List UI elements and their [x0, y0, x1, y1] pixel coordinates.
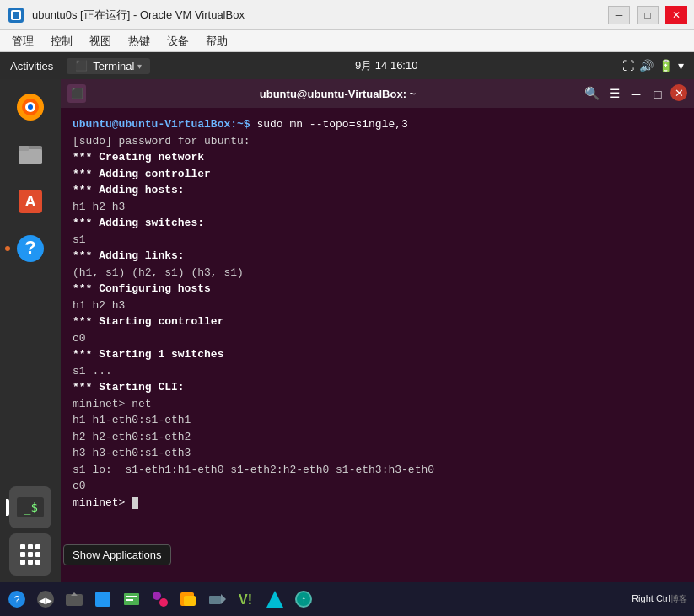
- terminal-line: *** Creating network: [73, 149, 682, 166]
- terminal-maximize-button[interactable]: □: [648, 84, 667, 103]
- terminal-line: h1 h1-eth0:s1-eth1: [73, 412, 682, 429]
- taskbar-icon-11[interactable]: ↑: [290, 586, 317, 613]
- topbar-icons: ⛶ 🔊 🔋 ▾: [622, 59, 684, 72]
- sidebar-app-files[interactable]: [9, 133, 51, 175]
- svg-marker-31: [221, 594, 226, 604]
- terminal-titlebar-buttons: 🔍 ☰ ─ □ ✕: [583, 84, 687, 103]
- terminal-line: h1 h2 h3: [73, 297, 682, 314]
- taskbar-icon-10[interactable]: [261, 586, 288, 613]
- terminal-line: h2 h2-eth0:s1-eth2: [73, 429, 682, 446]
- dot-3: [35, 544, 40, 549]
- sidebar-app-software[interactable]: A: [9, 180, 51, 222]
- main-wrapper: Activities ⬛ Terminal ▾ 9月 14 16:10 ⛶ 🔊 …: [0, 52, 694, 616]
- terminal-line: s1 ...: [73, 363, 682, 380]
- sidebar-app-terminal[interactable]: _$: [9, 486, 51, 528]
- terminal-line: *** Starting 1 switches: [73, 346, 682, 363]
- menu-item-热键[interactable]: 热键: [120, 32, 159, 51]
- terminal-minimize-button[interactable]: ─: [627, 84, 645, 103]
- svg-rect-2: [13, 12, 19, 19]
- taskbar-icon-6[interactable]: [147, 586, 174, 613]
- terminal-titlebar: ⬛ ubuntu@ubuntu-VirtualBox: ~ 🔍 ☰ ─ □ ✕: [61, 79, 694, 108]
- sidebar-app-firefox[interactable]: [9, 86, 51, 128]
- svg-text:↑: ↑: [301, 594, 306, 606]
- terminal-line: [sudo] password for ubuntu:: [73, 133, 682, 150]
- svg-marker-33: [266, 591, 283, 608]
- dot-5: [28, 552, 33, 557]
- menu-item-控制[interactable]: 控制: [42, 32, 81, 51]
- terminal-line: *** Adding links:: [73, 248, 682, 265]
- terminal-body[interactable]: ubuntu@ubuntu-VirtualBox:~$ sudo mn --to…: [61, 108, 694, 582]
- right-ctrl-label: Right Ctrl博客: [632, 593, 691, 605]
- activities-button[interactable]: Activities: [10, 60, 53, 72]
- terminal-title: ubuntu@ubuntu-VirtualBox: ~: [93, 88, 583, 100]
- terminal-menu-button[interactable]: ☰: [605, 84, 623, 103]
- system-menu-icon[interactable]: ▾: [678, 59, 684, 72]
- menu-item-管理[interactable]: 管理: [3, 32, 42, 51]
- taskbar-icon-9[interactable]: V!: [233, 586, 260, 613]
- taskbar-icon-5[interactable]: [118, 586, 145, 613]
- terminal-line: c0: [73, 330, 682, 347]
- svg-rect-25: [126, 599, 133, 601]
- window-title: ubuntu0s [正在运行] - Oracle VM VirtualBox: [32, 8, 608, 23]
- dot-4: [20, 552, 25, 557]
- svg-rect-24: [126, 596, 137, 597]
- terminal-line: s1: [73, 232, 682, 249]
- svg-text:?: ?: [14, 594, 20, 606]
- terminal-line: h1 h2 h3: [73, 199, 682, 216]
- taskbar-icon-2[interactable]: ◀▶: [32, 586, 59, 613]
- maximize-button[interactable]: □: [637, 6, 659, 24]
- terminal-area: ⬛ ubuntu@ubuntu-VirtualBox: ~ 🔍 ☰ ─ □ ✕ …: [61, 79, 694, 582]
- terminal-close-button[interactable]: ✕: [670, 84, 687, 101]
- svg-text:V!: V!: [239, 592, 252, 607]
- dot-9: [35, 560, 40, 565]
- battery-icon[interactable]: 🔋: [659, 59, 673, 72]
- terminal-line: *** Adding controller: [73, 166, 682, 183]
- dot-1: [20, 544, 25, 549]
- taskbar-icon-1[interactable]: ?: [3, 586, 30, 613]
- terminal-line: c0: [73, 478, 682, 495]
- menu-item-设备[interactable]: 设备: [159, 32, 197, 51]
- title-bar: ubuntu0s [正在运行] - Oracle VM VirtualBox ─…: [0, 0, 694, 30]
- show-apps-button[interactable]: [9, 533, 51, 576]
- back-icon: ⬛: [71, 88, 83, 99]
- terminal-line: *** Adding hosts:: [73, 182, 682, 199]
- network-icon[interactable]: ⛶: [622, 59, 634, 72]
- terminal-line: *** Starting CLI:: [73, 379, 682, 396]
- terminal-window: ⬛ ubuntu@ubuntu-VirtualBox: ~ 🔍 ☰ ─ □ ✕ …: [61, 79, 694, 582]
- show-apps-label: Show Applications: [63, 544, 171, 565]
- taskbar-icon-4[interactable]: [89, 586, 116, 613]
- svg-text:?: ?: [24, 237, 35, 258]
- svg-rect-8: [19, 149, 42, 164]
- terminal-line: ubuntu@ubuntu-VirtualBox:~$ sudo mn --to…: [73, 116, 682, 133]
- terminal-line: s1 lo: s1-eth1:h1-eth0 s1-eth2:h2-eth0 s…: [73, 462, 682, 479]
- bottom-taskbar: ? ◀▶ V! ↑ Right C: [0, 582, 694, 616]
- topbar-datetime: 9月 14 16:10: [150, 58, 622, 73]
- dot-8: [28, 560, 33, 565]
- terminal-search-button[interactable]: 🔍: [583, 84, 601, 103]
- taskbar-icon-3[interactable]: [61, 586, 88, 613]
- svg-rect-30: [209, 596, 221, 604]
- terminal-tab[interactable]: ⬛ Terminal ▾: [67, 58, 150, 74]
- terminal-line: (h1, s1) (h2, s1) (h3, s1): [73, 265, 682, 281]
- sidebar: A ? _$: [0, 79, 61, 582]
- terminal-line: mininet>: [73, 495, 682, 512]
- title-controls: ─ □ ✕: [608, 6, 687, 24]
- svg-rect-22: [95, 592, 110, 607]
- terminal-line: mininet> net: [73, 396, 682, 413]
- svg-point-26: [153, 592, 161, 600]
- menu-item-帮助[interactable]: 帮助: [197, 32, 236, 51]
- taskbar-icon-7[interactable]: [175, 586, 202, 613]
- taskbar-icon-8[interactable]: [204, 586, 231, 613]
- terminal-line: *** Configuring hosts: [73, 281, 682, 297]
- dot-2: [28, 544, 33, 549]
- sidebar-app-help[interactable]: ?: [9, 228, 51, 270]
- sound-icon[interactable]: 🔊: [639, 59, 654, 72]
- terminal-back-button[interactable]: ⬛: [67, 84, 86, 103]
- terminal-line: h3 h3-eth0:s1-eth3: [73, 445, 682, 462]
- minimize-button[interactable]: ─: [608, 6, 630, 24]
- sidebar-dot: [5, 246, 10, 251]
- dot-6: [35, 552, 40, 557]
- close-button[interactable]: ✕: [665, 6, 687, 24]
- virtualbox-icon: [7, 6, 25, 24]
- menu-item-视图[interactable]: 视图: [81, 32, 120, 51]
